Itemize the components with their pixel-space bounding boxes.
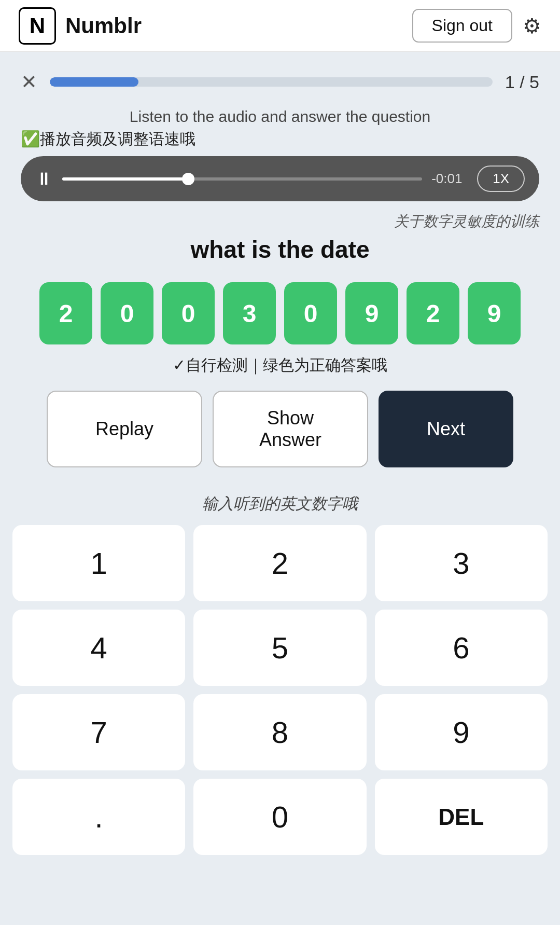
- numpad-key-4[interactable]: 4: [12, 610, 185, 686]
- replay-button[interactable]: Replay: [47, 391, 202, 467]
- numpad-key-del[interactable]: DEL: [375, 779, 548, 855]
- digit-box-4: 0: [284, 282, 337, 344]
- training-note: 关于数字灵敏度的训练: [21, 212, 539, 231]
- show-answer-button[interactable]: Show Answer: [213, 391, 368, 467]
- instruction-text: Listen to the audio and answer the quest…: [21, 108, 539, 126]
- numpad-key-8[interactable]: 8: [193, 694, 366, 770]
- numpad-section: 输入听到的英文数字哦 1 2 3 4 5 6 7 8 9 . 0 DEL: [0, 493, 560, 876]
- digit-box-2: 0: [162, 282, 215, 344]
- sign-out-button[interactable]: Sign out: [412, 9, 512, 43]
- question-text: what is the date: [21, 236, 539, 264]
- header-actions: Sign out ⚙: [412, 9, 541, 43]
- audio-track[interactable]: [62, 177, 422, 181]
- digit-box-0: 2: [39, 282, 92, 344]
- numpad-hint: 输入听到的英文数字哦: [12, 493, 548, 515]
- numpad-key-3[interactable]: 3: [375, 525, 548, 601]
- numpad-key-7[interactable]: 7: [12, 694, 185, 770]
- logo-area: N Numblr: [19, 7, 142, 45]
- progress-bar: [50, 77, 493, 87]
- digit-box-1: 0: [101, 282, 153, 344]
- action-buttons: Replay Show Answer Next: [21, 391, 539, 467]
- numpad-key-0[interactable]: 0: [193, 779, 366, 855]
- annotation-audio-text: ✅播放音频及调整语速哦: [21, 129, 195, 150]
- logo-letter: N: [30, 13, 45, 38]
- digit-row: 2 0 0 3 0 9 2 9: [21, 282, 539, 344]
- numpad-key-1[interactable]: 1: [12, 525, 185, 601]
- progress-label: 1 / 5: [505, 72, 539, 92]
- digit-box-5: 9: [345, 282, 398, 344]
- progress-bar-fill: [50, 77, 138, 87]
- numpad-grid: 1 2 3 4 5 6 7 8 9 . 0 DEL: [12, 525, 548, 855]
- numpad-key-2[interactable]: 2: [193, 525, 366, 601]
- next-button[interactable]: Next: [379, 391, 513, 467]
- numpad-key-5[interactable]: 5: [193, 610, 366, 686]
- numpad-key-dot[interactable]: .: [12, 779, 185, 855]
- digit-box-3: 3: [223, 282, 276, 344]
- digit-box-6: 2: [407, 282, 459, 344]
- app-header: N Numblr Sign out ⚙: [0, 0, 560, 52]
- pause-icon[interactable]: ⏸: [35, 169, 53, 189]
- progress-row: ✕ 1 / 5: [21, 71, 539, 93]
- main-content: ✕ 1 / 5 Listen to the audio and answer t…: [0, 52, 560, 467]
- app-name: Numblr: [65, 13, 142, 38]
- audio-knob: [182, 173, 194, 185]
- audio-time: -0:01: [431, 171, 468, 187]
- check-note: ✓自行检测｜绿色为正确答案哦: [21, 355, 539, 376]
- settings-icon[interactable]: ⚙: [523, 14, 541, 38]
- digit-box-7: 9: [468, 282, 521, 344]
- numpad-key-9[interactable]: 9: [375, 694, 548, 770]
- app-logo: N: [19, 7, 56, 45]
- numpad-key-6[interactable]: 6: [375, 610, 548, 686]
- audio-player: ⏸ -0:01 1X: [21, 156, 539, 201]
- speed-button[interactable]: 1X: [477, 165, 525, 192]
- annotation-audio: ✅播放音频及调整语速哦: [21, 129, 539, 150]
- close-button[interactable]: ✕: [21, 71, 37, 93]
- audio-track-fill: [62, 177, 188, 181]
